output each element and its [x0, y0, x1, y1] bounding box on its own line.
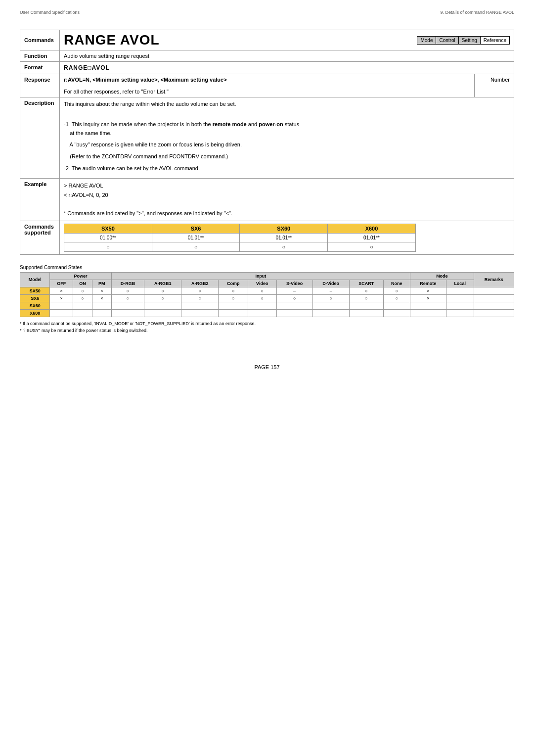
model-sx6: SX6 [20, 294, 50, 302]
example-label: Example [20, 179, 60, 221]
supported-content: SX50 SX6 SX60 X600 01.00** 01.01** 01.01… [60, 221, 514, 254]
col-input: Input [111, 272, 410, 280]
commands-supported-label: Commandssupported [20, 221, 60, 254]
header-right: 9. Details of command RANGE AVOL [441, 10, 514, 15]
supported-circles: ○ ○ ○ ○ [64, 242, 510, 251]
sup-row-sx60: SX60 [20, 302, 514, 309]
mode-box-mode: Mode [417, 36, 436, 45]
example-content: > RANGE AVOL < r:AVOL=N, 0, 20 * Command… [60, 179, 514, 221]
supported-title: Supported Command States [20, 265, 514, 270]
page-title: RANGE AVOL [64, 32, 160, 48]
example-line-2: < r:AVOL=N, 0, 20 [64, 190, 510, 200]
page-number: PAGE 157 [254, 364, 279, 370]
sup-header-top: Model Power Input Mode Remarks [20, 272, 514, 280]
page-footer: PAGE 157 [20, 364, 514, 370]
format-text: RANGE□AVOL [60, 62, 514, 74]
desc-bullet-4: -2 The audio volume can be set by the AV… [64, 164, 510, 173]
response-sub: For all other responses, refer to "Error… [64, 89, 470, 94]
footnote-2: * "i:BUSY" may be returned if the power … [20, 327, 514, 334]
format-row: Format RANGE□AVOL [20, 62, 514, 74]
title-cell: RANGE AVOL Mode Control Setting Referenc… [60, 30, 514, 50]
col-argb2: A-RGB2 [181, 280, 219, 287]
supported-inner-table: SX50 SX6 SX60 X600 01.00** 01.01** 01.01… [64, 224, 510, 252]
col-drgb: D-RGB [111, 280, 144, 287]
col-off: OFF [50, 280, 73, 287]
main-content-table: Commands RANGE AVOL Mode Control Setting… [20, 30, 514, 255]
col-scart: SCART [349, 280, 383, 287]
desc-bullet-2: A "busy" response is given while the zoo… [64, 141, 510, 149]
model-x600: X600 [20, 309, 50, 317]
response-main: r:AVOL=N, <Minimum setting value>, <Maxi… [64, 77, 227, 83]
desc-bullet-1: -1 This inquiry can be made when the pro… [64, 120, 510, 138]
mode-boxes: Mode Control Setting Reference [417, 36, 510, 45]
title-row: Commands RANGE AVOL Mode Control Setting… [20, 30, 514, 50]
col-remote: Remote [410, 280, 446, 287]
supported-versions: 01.00** 01.01** 01.01** 01.01** [64, 233, 510, 242]
sup-row-sx50: SX50 × ○ × ○ ○ ○ ○ ○ – – ○ ○ × [20, 287, 514, 294]
footnotes: * If a command cannot be supported, 'INV… [20, 320, 514, 334]
function-label: Function [20, 50, 60, 62]
sup-row-x600: X600 [20, 309, 514, 317]
header-left: User Command Specifications [20, 10, 80, 15]
description-label: Description [20, 97, 60, 179]
function-row: Function Audio volume setting range requ… [20, 50, 514, 62]
col-dvideo: D-Video [312, 280, 349, 287]
response-row: Response r:AVOL=N, <Minimum setting valu… [20, 74, 514, 97]
footnote-1: * If a command cannot be supported, 'INV… [20, 320, 514, 327]
example-row: Example > RANGE AVOL < r:AVOL=N, 0, 20 *… [20, 179, 514, 221]
mode-box-reference: Reference [480, 36, 510, 45]
response-content: r:AVOL=N, <Minimum setting value>, <Maxi… [60, 74, 475, 97]
col-remarks: Remarks [474, 272, 514, 287]
supported-header: SX50 SX6 SX60 X600 [64, 224, 510, 233]
sup-header-sub: OFF ON PM D-RGB A-RGB1 A-RGB2 Comp Video… [20, 280, 514, 287]
col-svideo: S-Video [276, 280, 312, 287]
page-header: User Command Specifications 9. Details o… [20, 10, 514, 15]
number-cell: Number [475, 74, 514, 97]
supported-states-table: Model Power Input Mode Remarks OFF ON PM… [20, 272, 514, 317]
commands-label: Commands [20, 30, 60, 50]
format-label: Format [20, 62, 60, 74]
col-model: Model [20, 272, 50, 287]
description-content: This inquires about the range within whi… [60, 97, 514, 179]
supported-command-states: Supported Command States Model Power Inp… [20, 265, 514, 334]
example-note: * Commands are indicated by ">", and res… [64, 209, 510, 218]
model-sx50: SX50 [20, 287, 50, 294]
col-power: Power [50, 272, 111, 280]
description-row: Description This inquires about the rang… [20, 97, 514, 179]
col-comp: Comp [219, 280, 248, 287]
col-on: ON [73, 280, 92, 287]
sup-row-sx6: SX6 × ○ × ○ ○ ○ ○ ○ ○ ○ ○ ○ × [20, 294, 514, 302]
mode-box-control: Control [436, 36, 458, 45]
desc-bullet-3: (Refer to the ZCONTDRV command and FCONT… [64, 152, 510, 161]
col-argb1: A-RGB1 [144, 280, 181, 287]
example-line-1: > RANGE AVOL [64, 181, 510, 190]
description-main: This inquires about the range within whi… [64, 100, 510, 109]
commands-supported-row: Commandssupported SX50 SX6 SX60 X600 01.… [20, 221, 514, 254]
response-label: Response [20, 74, 60, 97]
col-none: None [383, 280, 410, 287]
function-text: Audio volume setting range request [60, 50, 514, 62]
mode-box-setting: Setting [458, 36, 481, 45]
col-local: Local [446, 280, 474, 287]
col-mode: Mode [410, 272, 474, 280]
model-sx60: SX60 [20, 302, 50, 309]
col-video: Video [248, 280, 277, 287]
col-pm: PM [92, 280, 111, 287]
